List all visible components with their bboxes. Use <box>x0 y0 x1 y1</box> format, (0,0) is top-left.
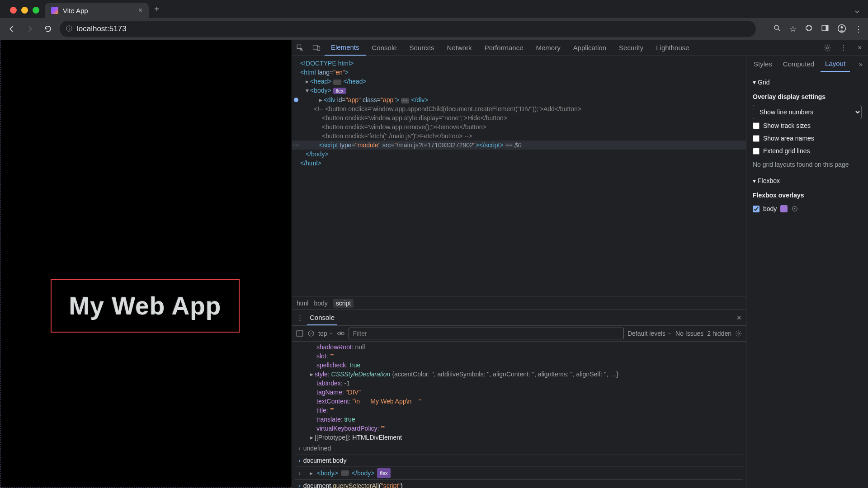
chk-area-names[interactable]: Show area names <box>753 132 862 145</box>
sidepanel-icon[interactable] <box>821 24 829 34</box>
tab-layout[interactable]: Layout <box>821 56 850 72</box>
context-selector[interactable]: top <box>318 330 333 337</box>
settings-icon[interactable] <box>819 44 835 52</box>
dom-selected-row[interactable]: ⋯ <script type="module" src="/main.js?t=… <box>292 141 746 150</box>
minimize-window-icon[interactable] <box>21 7 28 14</box>
tab-styles[interactable]: Styles <box>749 56 777 72</box>
flex-badge[interactable]: flex <box>333 88 346 94</box>
maximize-window-icon[interactable] <box>33 7 39 14</box>
page-heading: My Web App <box>69 291 222 320</box>
browser-chrome: Vite App × + ⓘ localhost:5173 ☆ ⋮ <box>0 0 868 40</box>
devtools-tabs: Elements Console Sources Network Perform… <box>292 40 868 56</box>
window-dropdown-icon[interactable] <box>851 5 863 18</box>
console-sidebar-icon[interactable] <box>296 329 304 338</box>
back-button[interactable] <box>5 23 18 35</box>
crumb-html[interactable]: html <box>297 300 308 307</box>
log-levels-selector[interactable]: Default levels <box>627 330 672 337</box>
svg-line-12 <box>309 331 313 335</box>
forward-button[interactable] <box>24 23 36 35</box>
console-drawer: ⋮ Console × top Default levels No Issues… <box>292 310 746 488</box>
dom-tree[interactable]: <!DOCTYPE html> <html lang="en"> ▸<head>… <box>292 56 746 296</box>
svg-rect-7 <box>317 47 320 51</box>
tab-elements[interactable]: Elements <box>325 40 366 56</box>
flexbox-section-toggle[interactable]: ▾ Flexbox <box>753 174 862 187</box>
flex-overlays-heading: Flexbox overlays <box>753 192 862 199</box>
tab-performance[interactable]: Performance <box>478 40 530 56</box>
tab-title: Vite App <box>63 7 88 14</box>
console-settings-icon[interactable] <box>735 330 742 337</box>
tab-application[interactable]: Application <box>567 40 613 56</box>
more-icon[interactable]: ⋮ <box>835 43 852 52</box>
styles-pane: Styles Computed Layout » ▾ Grid Overlay … <box>746 56 868 488</box>
console-output[interactable]: shadowRoot: null slot: "" spellcheck: tr… <box>292 342 746 488</box>
tab-lighthouse[interactable]: Lighthouse <box>650 40 695 56</box>
drawer-title[interactable]: Console <box>307 310 337 325</box>
chk-extend-grid[interactable]: Extend grid lines <box>753 145 862 157</box>
svg-point-0 <box>774 25 778 29</box>
devtools: Elements Console Sources Network Perform… <box>292 40 868 488</box>
styles-more-icon[interactable]: » <box>856 60 865 68</box>
close-window-icon[interactable] <box>10 7 17 14</box>
grid-section-toggle[interactable]: ▾ Grid <box>753 76 862 89</box>
bookmark-icon[interactable]: ☆ <box>789 24 797 34</box>
dom-doctype: <!DOCTYPE html> <box>300 60 354 67</box>
svg-rect-2 <box>826 25 828 31</box>
inspect-icon[interactable] <box>292 44 308 52</box>
console-filter-input[interactable] <box>349 328 624 339</box>
site-info-icon[interactable]: ⓘ <box>66 25 72 33</box>
svg-point-13 <box>340 333 342 335</box>
row-actions-icon[interactable]: ⋯ <box>293 141 299 150</box>
tab-security[interactable]: Security <box>613 40 650 56</box>
svg-point-4 <box>841 26 843 28</box>
svg-point-14 <box>738 333 740 334</box>
issues-label[interactable]: No Issues <box>675 330 703 337</box>
svg-point-16 <box>794 208 796 210</box>
flex-overlay-checkbox[interactable] <box>753 206 760 212</box>
scroll-into-view-icon[interactable] <box>791 205 798 212</box>
dom-breakpoint-icon[interactable] <box>294 98 298 102</box>
new-tab-button[interactable]: + <box>149 4 165 18</box>
extensions-icon[interactable] <box>805 24 813 34</box>
console-return: undefined <box>303 444 331 453</box>
tab-memory[interactable]: Memory <box>530 40 567 56</box>
app-container: My Web App <box>51 279 240 333</box>
tab-close-icon[interactable]: × <box>138 6 142 14</box>
menu-icon[interactable]: ⋮ <box>854 24 863 34</box>
profile-icon[interactable] <box>837 24 846 34</box>
tab-strip: Vite App × + <box>0 0 868 18</box>
svg-rect-9 <box>297 331 303 336</box>
no-grid-note: No grid layouts found on this page <box>753 157 862 174</box>
line-numbers-select[interactable]: Show line numbers <box>753 105 862 119</box>
reload-button[interactable] <box>42 23 54 35</box>
color-swatch-icon[interactable] <box>780 205 788 212</box>
tab-network[interactable]: Network <box>441 40 478 56</box>
device-toggle-icon[interactable] <box>308 44 325 52</box>
drawer-close-icon[interactable]: × <box>736 313 741 323</box>
crumb-body[interactable]: body <box>314 300 327 307</box>
address-bar: ⓘ localhost:5173 ☆ ⋮ <box>0 18 868 40</box>
zoom-icon[interactable] <box>773 24 781 34</box>
flex-overlay-item[interactable]: body <box>753 203 862 214</box>
mac-window-controls[interactable] <box>5 7 45 18</box>
url-text: localhost:5173 <box>77 24 127 33</box>
flex-overlay-label: body <box>763 205 777 212</box>
svg-point-8 <box>826 47 829 49</box>
hidden-label[interactable]: 2 hidden <box>707 330 731 337</box>
flex-overlay <box>0 40 292 488</box>
clear-console-icon[interactable] <box>307 330 315 337</box>
overlay-settings-heading: Overlay display settings <box>753 93 862 100</box>
browser-tab[interactable]: Vite App × <box>45 3 149 18</box>
url-field[interactable]: ⓘ localhost:5173 <box>60 21 756 37</box>
favicon-icon <box>51 7 58 14</box>
chk-track-sizes[interactable]: Show track sizes <box>753 119 862 132</box>
live-expression-icon[interactable] <box>337 329 345 338</box>
tab-computed[interactable]: Computed <box>778 56 819 72</box>
console-cmd: document.body <box>303 457 347 464</box>
breadcrumb[interactable]: html body script <box>292 296 746 310</box>
drawer-menu-icon[interactable]: ⋮ <box>297 314 303 322</box>
tab-console[interactable]: Console <box>366 40 403 56</box>
tab-sources[interactable]: Sources <box>403 40 441 56</box>
crumb-script[interactable]: script <box>333 299 354 308</box>
close-devtools-icon[interactable]: × <box>852 44 868 52</box>
rendered-page: My Web App <box>0 40 292 488</box>
